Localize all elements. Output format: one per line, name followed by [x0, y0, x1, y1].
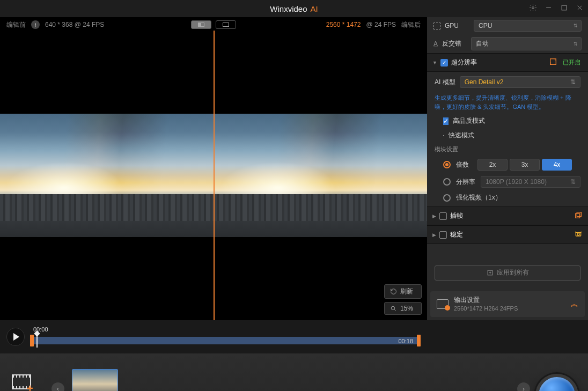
output-detail: 2560*1472 H264 24FPS	[454, 305, 565, 313]
svg-rect-8	[576, 213, 580, 218]
scale-2x-button[interactable]: 2x	[477, 159, 508, 171]
scale-radio[interactable]	[443, 161, 451, 168]
frames-icon	[574, 211, 583, 221]
deinterlace-select[interactable]: 自动⇅	[471, 37, 582, 50]
fast-mode-checkbox[interactable]	[443, 135, 444, 136]
trim-handle-right[interactable]	[417, 335, 421, 346]
chevron-right-icon: ▶	[432, 232, 436, 238]
section-super-resolution[interactable]: ▼ ✓ 超分辨率 已开启	[427, 53, 588, 72]
view-mode-side[interactable]	[216, 20, 236, 29]
stab-checkbox[interactable]	[439, 231, 447, 239]
gpu-icon	[433, 23, 440, 29]
run-button[interactable]: RUN	[535, 374, 578, 391]
output-icon	[437, 299, 449, 309]
svg-line-6	[394, 309, 396, 311]
resolution-select[interactable]: 1080P (1920 X 1080)⇅	[481, 176, 580, 188]
output-resolution: 2560 * 1472	[326, 21, 361, 28]
zoom-button[interactable]: 15%	[384, 302, 422, 315]
after-label: 编辑后	[401, 20, 421, 29]
apply-all-button[interactable]: 应用到所有	[435, 265, 580, 281]
time-end: 00:18	[398, 338, 413, 344]
preview-canvas[interactable]: 刷新 15%	[0, 31, 427, 320]
scale-4x-button[interactable]: 4x	[542, 159, 572, 171]
play-button[interactable]	[6, 328, 25, 346]
bottom-bar: + 添加视频 ‹ sunset.mp4 › RUN	[0, 353, 588, 391]
source-resolution: 640 * 368 @ 24 FPS	[45, 21, 104, 28]
camera-icon	[574, 230, 583, 240]
interp-checkbox[interactable]	[439, 212, 447, 220]
svg-point-11	[577, 233, 579, 235]
sr-checkbox[interactable]: ✓	[440, 59, 448, 67]
svg-rect-9	[577, 212, 581, 217]
output-expand-icon[interactable]: ︽	[571, 299, 578, 309]
thumbs-next-button[interactable]: ›	[517, 382, 530, 391]
model-description: 生成更多细节，提升清晰度、锐利度，消除模糊 + 降噪，更好的皮肤 & 头发细节。…	[435, 93, 580, 111]
sidebar: GPU CPU⇅ A 反交错 自动⇅ ▼ ✓ 超分辨率 已开启 AI 模型 Ge…	[427, 17, 588, 320]
ai-model-select[interactable]: Gen Detail v2⇅	[460, 76, 580, 88]
section-stabilize[interactable]: ▶ 稳定	[427, 225, 588, 244]
settings-icon[interactable]	[529, 4, 537, 13]
svg-point-5	[391, 306, 395, 310]
add-video-button[interactable]: + 添加视频	[10, 374, 35, 392]
section-interpolation[interactable]: ▶ 插帧	[427, 206, 588, 225]
close-icon[interactable]	[576, 4, 584, 13]
timeline[interactable]: 00:00 00:18	[30, 326, 421, 348]
ai-model-label: AI 模型	[435, 78, 455, 87]
gpu-select[interactable]: CPU⇅	[474, 20, 582, 32]
svg-point-0	[532, 7, 534, 9]
output-settings[interactable]: 输出设置 2560*1472 H264 24FPS ︽	[430, 291, 585, 317]
view-mode-split[interactable]	[191, 20, 211, 29]
titlebar: WinxvideoAI	[0, 0, 588, 17]
minimize-icon[interactable]	[545, 4, 553, 13]
svg-rect-7	[550, 59, 556, 65]
expand-icon[interactable]	[549, 57, 557, 68]
output-title: 输出设置	[454, 296, 565, 305]
svg-rect-2	[562, 5, 567, 10]
gpu-label: GPU	[445, 22, 469, 29]
preview-area: 编辑前 i 640 * 368 @ 24 FPS 2560 * 1472 @ 2…	[0, 17, 427, 320]
enhance-radio[interactable]	[443, 194, 451, 202]
player-bar: 00:00 00:18	[0, 320, 427, 353]
module-settings-label: 模块设置	[435, 145, 580, 153]
refresh-button[interactable]: 刷新	[384, 284, 422, 299]
output-fps: @ 24 FPS	[366, 21, 396, 28]
playhead[interactable]	[36, 334, 38, 348]
video-thumbnail[interactable]: sunset.mp4	[72, 369, 118, 391]
chevron-down-icon: ▼	[432, 60, 437, 65]
maximize-icon[interactable]	[560, 4, 568, 13]
deinterlace-icon: A	[433, 40, 438, 48]
info-icon[interactable]: i	[31, 20, 40, 29]
sr-status-badge: 已开启	[561, 58, 583, 67]
app-title: WinxvideoAI	[270, 4, 318, 13]
trim-handle-left[interactable]	[30, 335, 34, 346]
compare-divider[interactable]	[214, 31, 215, 320]
deinterlace-label: 反交错	[442, 39, 467, 48]
hq-mode-checkbox[interactable]: ✓	[443, 117, 449, 125]
scale-3x-button[interactable]: 3x	[510, 159, 540, 171]
resolution-radio[interactable]	[443, 178, 451, 186]
chevron-right-icon: ▶	[432, 213, 436, 219]
thumbs-prev-button[interactable]: ‹	[52, 382, 64, 391]
before-label: 编辑前	[6, 20, 26, 29]
